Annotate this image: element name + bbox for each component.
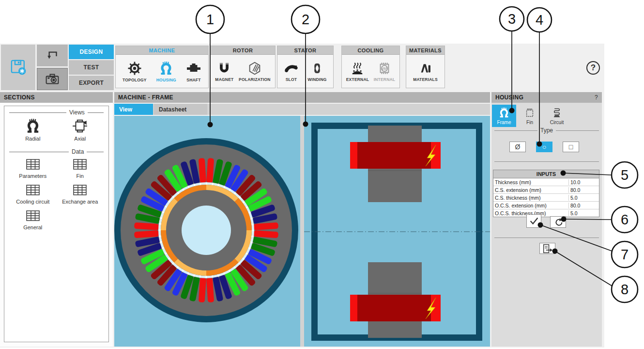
input-label: C.S. thickness (mm) [493,195,568,201]
table-row: O.C.S. thickness (mm) 5.0 [493,209,599,217]
design-mode-button[interactable]: DESIGN [69,45,114,59]
callout-circle [500,7,524,31]
group-header-rotor: ROTOR [211,46,275,55]
section-data-parameters[interactable]: Parameters [9,157,57,179]
ribbon-item-housing[interactable]: HOUSING [156,61,176,82]
ribbon-item-shaft[interactable]: SHAFT [186,61,201,82]
ribbon-item-magnet[interactable]: MAGNET [215,61,233,82]
section-item-label: General [23,224,42,230]
section-data-cooling-circuit[interactable]: Cooling circuit [9,183,57,205]
data-legend: Data [9,148,104,155]
section-view-axial[interactable]: Axial [57,118,104,142]
table-icon [25,157,41,172]
callout-circle [612,276,638,302]
ribbon-item-label: WINDING [307,77,326,82]
callout-circle [612,241,638,268]
undo-button[interactable] [37,45,68,66]
sections-panel-title: SECTIONS [0,92,113,103]
callout-circle [527,8,552,32]
magnet-icon [217,61,231,76]
section-view-radial[interactable]: Radial [9,118,57,142]
input-value[interactable]: 5.0 [568,210,599,216]
input-value[interactable]: 5.0 [568,195,599,201]
ribbon-item-slot[interactable]: SLOT [284,61,298,82]
ribbon-item-cooling-internal[interactable]: INTERNAL [374,61,396,82]
tab-fin[interactable]: Fin [518,105,542,127]
input-value[interactable]: 10.0 [568,179,599,185]
ribbon-group-machine: MACHINE [115,46,209,88]
refresh-icon [553,217,564,227]
tab-circuit[interactable]: Circuit [543,105,570,127]
apply-button[interactable] [526,214,541,228]
section-item-label: Axial [74,136,86,142]
topology-icon [127,61,142,76]
callout-circle [612,162,638,188]
heat-waves-icon [350,61,365,76]
ribbon-item-polarization[interactable]: POLARIZATION [239,61,271,82]
ribbon-item-label: SHAFT [186,78,200,82]
section-data-exchange-area[interactable]: Exchange area [57,183,104,205]
frame-type-square-button[interactable]: □ [563,142,579,152]
divider [494,238,599,238]
panel-help-icon[interactable]: ? [595,94,598,101]
machine-frame-panel: MACHINE - FRAME View Datasheet [114,92,490,347]
input-value[interactable]: 80.0 [568,203,599,208]
axial-view[interactable] [304,116,490,347]
group-header-materials: MATERIALS [406,46,445,55]
section-item-label: Fin [77,173,84,179]
ribbon-item-label: EXTERNAL [346,77,369,82]
export-mode-button[interactable]: EXPORT [69,76,114,90]
radial-view[interactable] [114,116,300,347]
ribbon-group-stator: STATOR SLOT [277,46,334,88]
ribbon-item-cooling-external[interactable]: EXTERNAL [346,61,369,82]
ribbon-group-materials: MATERIALS MATERIALS [406,46,445,88]
fin-tab-icon [523,107,536,119]
application-window: DESIGN TEST EXPORT MACHINE [0,44,604,348]
radial-view-icon [25,118,41,134]
table-row: Thickness (mm) 10.0 [493,178,599,186]
callout-number: 3 [508,11,516,27]
table-row: C.S. thickness (mm) 5.0 [493,194,599,202]
tab-datasheet[interactable]: Datasheet [154,104,207,115]
view-divider [300,116,304,347]
ribbon-item-materials[interactable]: MATERIALS [413,61,438,82]
callout-number: 1 [206,12,214,27]
ribbon-item-topology[interactable]: TOPOLOGY [123,61,147,82]
ribbon-group-cooling: COOLING EXTERNAL [341,46,400,88]
group-header-cooling: COOLING [342,46,399,55]
tab-label: Circuit [550,120,564,125]
table-icon [72,157,88,172]
machine-frame-title: MACHINE - FRAME [114,92,490,103]
callout-circle [196,5,224,33]
reset-button[interactable] [550,216,566,228]
frame-type-circular-button[interactable]: ○ [536,142,552,152]
export-frame-button[interactable] [539,243,555,254]
callout-number: 7 [621,247,629,262]
ribbon-item-label: HOUSING [156,78,176,82]
input-value[interactable]: 80.0 [568,187,599,193]
test-mode-button[interactable]: TEST [69,60,114,75]
table-icon [25,208,41,223]
section-data-general[interactable]: General [9,208,57,230]
ribbon-item-winding[interactable]: WINDING [307,61,326,82]
save-button[interactable] [1,45,35,90]
divider [494,161,599,162]
polarization-icon [247,61,262,76]
section-data-fin[interactable]: Fin [57,157,104,179]
help-button[interactable]: ? [586,61,600,75]
materials-icon [418,61,433,76]
save-icon [9,58,28,77]
undo-arrow-icon [44,48,61,64]
ribbon-item-label: SLOT [286,77,297,82]
sections-panel: SECTIONS Views Radial [0,92,113,347]
frame-type-none-button[interactable]: Ø [509,142,526,152]
tab-view[interactable]: View [114,104,153,115]
views-legend: Views [9,109,104,116]
housing-icon [158,61,174,76]
axial-view-icon [72,118,88,134]
tab-frame[interactable]: Frame [492,105,516,127]
callout-number: 4 [536,12,543,28]
ribbon-group-rotor: ROTOR MAGNET [210,46,276,88]
screenshot-button[interactable] [37,68,68,90]
view-tabbar: View Datasheet [114,104,490,115]
